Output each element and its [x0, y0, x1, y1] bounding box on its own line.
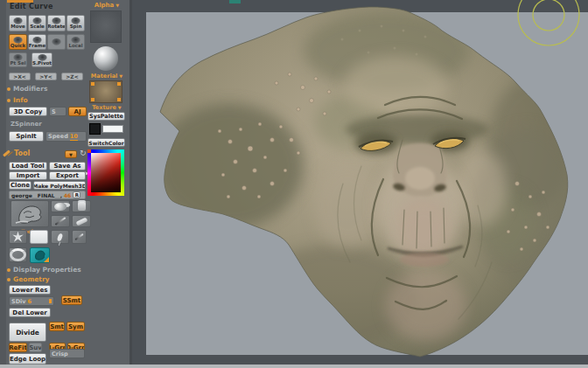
- panel-left-strip: [0, 0, 6, 365]
- tool-cell-current-head[interactable]: [30, 247, 50, 263]
- section-dot-icon: [7, 268, 10, 272]
- tool-cell-cylinder[interactable]: [72, 200, 91, 212]
- del-lower-button[interactable]: Del Lower: [9, 308, 51, 317]
- spin-button[interactable]: Spin: [66, 15, 85, 31]
- tool-cell-brush[interactable]: [51, 215, 70, 227]
- current-tool-name-field[interactable]: george__FINAL__, 46 R: [9, 191, 86, 199]
- chevron-down-icon: ▼: [118, 105, 122, 110]
- modifiers-section[interactable]: Modifiers: [7, 85, 47, 93]
- rotate-button[interactable]: Rotate: [47, 15, 66, 31]
- lower-res-button[interactable]: Lower Res: [9, 285, 51, 295]
- torus-icon: [10, 248, 26, 261]
- texture-corner-icon: [117, 98, 121, 101]
- material-sphere-thumbnail[interactable]: [94, 46, 118, 71]
- tool-cell-roller[interactable]: [72, 215, 91, 227]
- aj-button[interactable]: AJ: [68, 107, 87, 116]
- geometry-section[interactable]: Geometry: [7, 275, 49, 283]
- primary-color-swatch[interactable]: [102, 125, 123, 133]
- export-button[interactable]: Export: [49, 171, 86, 180]
- divide-button[interactable]: Divide: [9, 323, 46, 342]
- scale-button[interactable]: Scale: [28, 15, 46, 31]
- speed-slider[interactable]: Speed 10: [46, 131, 87, 142]
- texture-corner-icon: [117, 82, 121, 86]
- spheres-icon: [54, 203, 66, 211]
- texture-thumbnail[interactable]: [89, 80, 122, 103]
- texture-corner-icon: [91, 82, 94, 86]
- texture-corner-icon: [91, 98, 94, 101]
- star-icon: [12, 232, 24, 243]
- crisp-slider[interactable]: Crisp: [49, 349, 85, 358]
- zbrush-app-window: Edit Curve Move Scale Rotate Spin Quick …: [0, 0, 588, 368]
- ssmt-button[interactable]: SSmt: [61, 295, 82, 305]
- switchcolor-button[interactable]: SwitchColor: [88, 138, 125, 147]
- pen-icon: [74, 233, 83, 240]
- cylinder-icon: [78, 202, 86, 211]
- color-picker[interactable]: [88, 149, 124, 196]
- alpha-thumbnail[interactable]: [90, 10, 122, 43]
- slider-handle[interactable]: [49, 299, 52, 303]
- brush-icon: [55, 217, 66, 226]
- r-button[interactable]: R: [73, 191, 80, 198]
- chevron-down-icon: ▼: [119, 73, 122, 79]
- tool-cell-simple-brush[interactable]: [30, 230, 48, 244]
- import-button[interactable]: Import: [9, 171, 47, 180]
- axis-x-button[interactable]: >X<: [9, 73, 31, 80]
- suv-button[interactable]: Suv: [29, 343, 42, 352]
- zspinner-label: ZSpinner: [10, 121, 42, 128]
- capsule-icon: [75, 217, 88, 226]
- axis-y-button[interactable]: >Y<: [35, 73, 57, 80]
- clone-button[interactable]: Clone: [9, 181, 32, 190]
- move-button[interactable]: Move: [9, 15, 27, 31]
- refit-button[interactable]: ReFit: [9, 343, 27, 352]
- copy3d-button[interactable]: 3D Copy: [9, 107, 47, 116]
- tool-menu-arrow-icon[interactable]: ▼: [65, 150, 77, 158]
- left-panel: Edit Curve Move Scale Rotate Spin Quick …: [0, 0, 132, 365]
- tool-preview-thumbnail[interactable]: [10, 200, 49, 227]
- tool-cell-ring[interactable]: [9, 247, 27, 262]
- section-dot-icon: [7, 278, 10, 281]
- syspalette-button[interactable]: SysPalette: [88, 112, 125, 121]
- tool-cell-star[interactable]: [9, 230, 27, 244]
- frame-button[interactable]: Frame: [28, 34, 46, 50]
- divider-handle-icon[interactable]: [229, 0, 241, 3]
- spinit-button[interactable]: SpinIt: [9, 131, 44, 142]
- wireframe-cube-button[interactable]: [47, 34, 66, 50]
- spivot-button[interactable]: S.Pivot: [32, 52, 52, 67]
- local-button[interactable]: Local: [66, 34, 85, 50]
- restore-icon[interactable]: ↻: [80, 149, 87, 157]
- color-picker-marker: [88, 149, 91, 153]
- texture-header[interactable]: Texture▼: [88, 104, 126, 111]
- selected-corner-icon: [44, 257, 49, 262]
- alpha-header[interactable]: Alpha▼: [88, 2, 126, 9]
- info-section[interactable]: Info: [7, 96, 28, 104]
- s-slider[interactable]: S: [49, 107, 66, 116]
- color-picker-shade: [91, 153, 121, 192]
- section-dot-icon: [7, 99, 10, 102]
- cube-icon: [52, 38, 61, 45]
- sym-button[interactable]: Sym: [66, 322, 85, 331]
- section-dot-icon: [7, 87, 10, 91]
- material-header[interactable]: Material▼: [88, 73, 126, 80]
- save-as-button[interactable]: Save As: [49, 162, 86, 170]
- ptsel-button[interactable]: Pt Sel: [9, 52, 27, 67]
- load-tool-button[interactable]: Load Tool: [9, 162, 47, 170]
- sdiv-slider[interactable]: SDiv 6: [9, 296, 54, 306]
- make-polymesh3d-button[interactable]: Make PolyMesh3D: [33, 181, 86, 190]
- tool-cell-pen[interactable]: [72, 230, 87, 244]
- secondary-color-swatch[interactable]: [89, 123, 101, 135]
- tool-cell-multimarker[interactable]: [51, 200, 70, 212]
- chevron-down-icon: ▼: [116, 3, 119, 8]
- display-properties-section[interactable]: Display Properties: [7, 266, 81, 274]
- spoon-icon: [57, 233, 64, 241]
- quick-button[interactable]: Quick: [9, 34, 27, 50]
- axis-z-button[interactable]: >Z<: [61, 73, 83, 80]
- tool-cell-spoon[interactable]: [51, 230, 69, 244]
- bottom-edge-strip: [0, 365, 588, 368]
- edit-curve-title: Edit Curve: [10, 3, 53, 10]
- tool-preview-sketch-icon: [12, 202, 47, 226]
- smt-button[interactable]: Smt: [49, 322, 65, 331]
- sculpt-canvas[interactable]: [132, 0, 588, 368]
- tool-section-header[interactable]: Tool: [14, 149, 30, 157]
- edge-loop-button[interactable]: Edge Loop: [9, 353, 46, 365]
